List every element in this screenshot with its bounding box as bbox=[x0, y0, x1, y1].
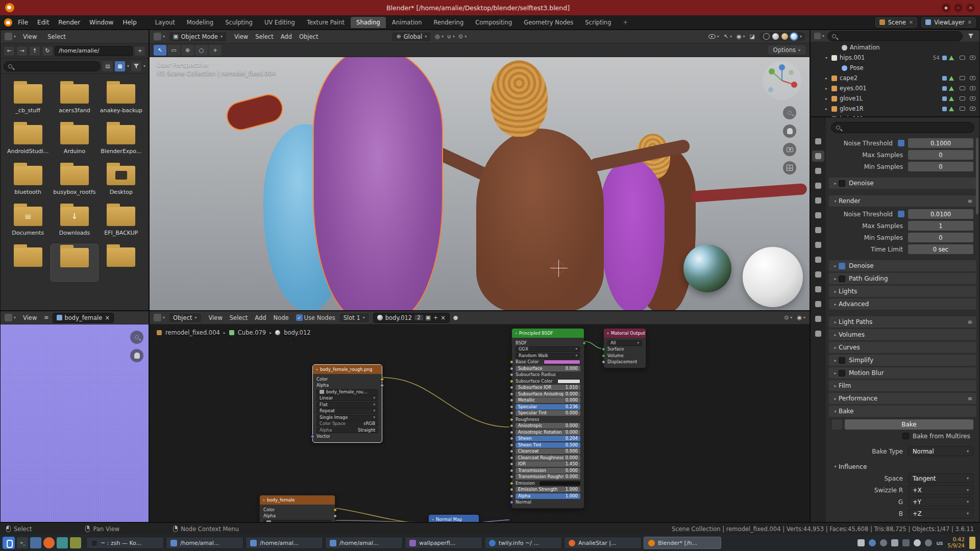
filter-chevron-icon[interactable]: ▾ bbox=[143, 64, 145, 68]
outliner-row[interactable]: ▾ hips.001 54 bbox=[811, 53, 979, 63]
checkbox[interactable] bbox=[898, 140, 904, 146]
checkbox[interactable] bbox=[839, 370, 845, 377]
node-header[interactable]: ▾ Normal Map bbox=[429, 515, 479, 522]
workspace-tab[interactable]: Layout bbox=[150, 17, 181, 28]
node-socket[interactable] bbox=[510, 386, 513, 389]
display-mode-chevron-icon[interactable]: ▾ bbox=[127, 64, 129, 68]
outliner-search-input[interactable] bbox=[827, 31, 963, 41]
options-button[interactable]: Options ▾ bbox=[768, 45, 805, 55]
expand-arrow-icon[interactable]: ▾ bbox=[832, 199, 839, 204]
taskbar-window-button[interactable]: /home/amal... bbox=[325, 537, 403, 549]
expand-arrow-icon[interactable]: ▾ bbox=[824, 56, 829, 60]
fake-user-shield-icon[interactable]: ▣ bbox=[426, 314, 431, 321]
property-row[interactable]: Min Samples 0 ▾ ≡ bbox=[826, 161, 979, 172]
node-editor-menu-item[interactable]: Select bbox=[226, 313, 251, 322]
preset-menu-icon[interactable]: ≡ bbox=[968, 395, 972, 402]
properties-tab[interactable] bbox=[812, 254, 824, 265]
file-item[interactable]: Downloads bbox=[51, 204, 97, 239]
node-row[interactable]: Subsurface 0.000 ▾ bbox=[516, 366, 580, 371]
viewlayer-selector[interactable]: ViewLayer × bbox=[921, 17, 976, 28]
property-row[interactable]: Swizzle R +X ▾ ≡ bbox=[826, 484, 979, 496]
taskbar-window-button[interactable]: twily.info ~/ ... bbox=[484, 537, 562, 549]
checkbox[interactable] bbox=[839, 180, 845, 187]
node-socket[interactable] bbox=[510, 475, 513, 479]
workspace-tab[interactable]: Shading bbox=[351, 17, 386, 28]
node-socket[interactable] bbox=[380, 384, 384, 387]
viewport-menu-item[interactable]: Add bbox=[277, 32, 296, 41]
expand-arrow-icon[interactable]: ▸ bbox=[832, 333, 839, 337]
workspace-tab[interactable]: + bbox=[617, 17, 633, 28]
properties-tab[interactable] bbox=[812, 136, 824, 147]
display-grid-button[interactable]: ▦ bbox=[115, 61, 125, 71]
display-list-button[interactable]: ▤ bbox=[103, 61, 113, 71]
expand-arrow-icon[interactable]: ▸ bbox=[832, 181, 839, 186]
node-socket[interactable] bbox=[510, 449, 513, 453]
node-row[interactable]: Specular 0.236 ▾ bbox=[516, 404, 580, 410]
launcher-icon[interactable] bbox=[43, 537, 55, 548]
property-row[interactable]: ▸ Curves ▾ ≡ bbox=[829, 342, 976, 353]
expand-arrow-icon[interactable]: ▸ bbox=[832, 320, 839, 324]
workspace-tab[interactable]: Animation bbox=[386, 17, 428, 28]
taskbar-window-button[interactable]: /home/amal... bbox=[246, 537, 323, 549]
shading-material-icon[interactable] bbox=[781, 33, 788, 40]
outliner-row[interactable]: ▸ eyes.001 bbox=[811, 83, 979, 93]
node-editor-menu-item[interactable]: Add bbox=[251, 313, 270, 322]
node-socket[interactable] bbox=[582, 341, 586, 345]
viewport-visibility-icon[interactable] bbox=[960, 86, 965, 90]
render-visibility-icon[interactable] bbox=[970, 107, 975, 111]
property-field[interactable]: +Y ▾ bbox=[908, 497, 973, 507]
taskbar-window-button[interactable]: /home/amal... bbox=[166, 537, 243, 549]
node-row[interactable]: Displacement ▾ bbox=[607, 359, 642, 365]
property-field[interactable]: 0 ▾ bbox=[908, 150, 973, 160]
viewport-visibility-icon[interactable] bbox=[960, 96, 965, 101]
outliner-row[interactable]: ▸ cape2 bbox=[811, 73, 979, 83]
file-item[interactable] bbox=[5, 244, 51, 281]
cursor-tool-button[interactable]: ⊕ bbox=[181, 45, 194, 56]
property-field[interactable]: +X ▾ bbox=[908, 485, 973, 495]
breadcrumb-material[interactable]: body.012 bbox=[284, 329, 310, 336]
property-row[interactable]: ▾ ≡ bbox=[826, 519, 979, 522]
properties-tab[interactable] bbox=[812, 165, 824, 177]
scene-selector[interactable]: Scene × bbox=[875, 17, 917, 28]
property-row[interactable]: Bake from Multires ▾ ≡ bbox=[826, 430, 979, 442]
property-row[interactable]: Max Samples 1 ▾ ≡ bbox=[826, 220, 979, 232]
node-socket[interactable] bbox=[510, 469, 513, 472]
outliner-row[interactable]: ▸ glove1L bbox=[811, 93, 979, 104]
tray-icon[interactable] bbox=[857, 539, 865, 546]
property-row[interactable]: Noise Threshold 0.0100 ▾ ≡ bbox=[826, 208, 979, 220]
node-row[interactable]: Subsurface IOR 1.010 ▾ bbox=[516, 385, 580, 390]
color-swatch[interactable] bbox=[540, 481, 580, 486]
fb-view-menu[interactable]: View bbox=[19, 32, 40, 41]
viewport-menu-item[interactable]: View bbox=[231, 32, 252, 41]
property-field[interactable]: 0.0100 ▾ bbox=[908, 209, 973, 219]
node-socket[interactable] bbox=[510, 373, 513, 377]
viewport-visibility-icon[interactable] bbox=[960, 107, 965, 111]
expand-arrow-icon[interactable]: ▾ bbox=[832, 464, 839, 469]
property-row[interactable]: ▸ Film ▾ ≡ bbox=[829, 380, 976, 391]
render-visibility-icon[interactable] bbox=[970, 56, 975, 60]
node-row[interactable]: GGX ▾ bbox=[516, 346, 580, 352]
pin-icon[interactable]: ● bbox=[453, 314, 458, 321]
keyboard-layout[interactable]: us bbox=[937, 540, 943, 546]
back-button[interactable]: ← bbox=[4, 46, 15, 56]
property-row[interactable]: ▸ Simplify ▾ ≡ bbox=[829, 355, 976, 366]
editor-type-button[interactable]: ▾ bbox=[154, 314, 165, 321]
shade-button[interactable]: ◆ bbox=[942, 4, 950, 12]
node-image-texture[interactable]: ▾ body_female_rough.png Color ▾ bbox=[312, 364, 382, 443]
node-socket[interactable] bbox=[510, 462, 513, 466]
node-socket[interactable] bbox=[333, 508, 337, 512]
node-socket[interactable] bbox=[510, 443, 513, 447]
expand-arrow-icon[interactable]: ▸ bbox=[832, 384, 839, 388]
menu-item[interactable]: Help bbox=[118, 17, 141, 28]
expand-arrow-icon[interactable]: ▸ bbox=[824, 107, 829, 111]
move-tool-button[interactable]: ○ bbox=[195, 45, 208, 56]
workspace-tab[interactable]: Rendering bbox=[428, 17, 469, 28]
node-row[interactable]: Color ▾ bbox=[316, 377, 378, 382]
use-nodes-checkbox[interactable]: ✓ Use Nodes bbox=[296, 314, 335, 321]
node-row[interactable]: Clearcoat Roughness 0.000 ▾ bbox=[516, 455, 580, 461]
checkbox[interactable] bbox=[898, 211, 904, 217]
node-material-output[interactable]: ▾ Material Output All ▾ bbox=[603, 328, 646, 368]
file-item[interactable]: Documents bbox=[5, 204, 51, 239]
node-header[interactable]: ▾ body_female_rough.png bbox=[313, 365, 382, 374]
checkbox[interactable] bbox=[839, 276, 845, 282]
